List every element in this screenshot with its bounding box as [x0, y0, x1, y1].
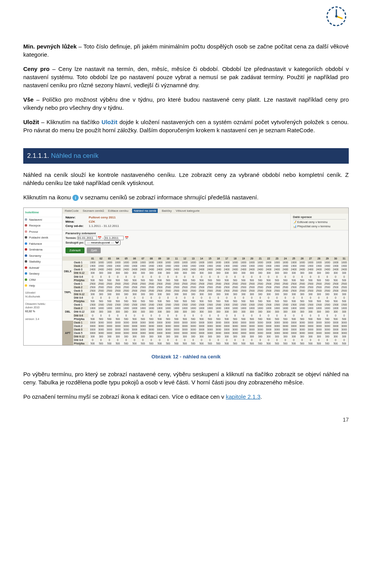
tab-nahled[interactable]: Náhled na ceník: [132, 209, 158, 213]
sidebar-item[interactable]: Statistiky: [24, 259, 62, 265]
figure-caption: Obrázek 12 - náhled na ceník: [23, 353, 349, 360]
show-button[interactable]: Zobrazit: [65, 247, 84, 253]
group-select[interactable]: --- neseskupovat ---: [85, 240, 121, 245]
breadcrumb-tabs: RateCode Seznam ceníků Editace ceníku Ná…: [62, 208, 348, 214]
tab-balicky[interactable]: Balíčky: [162, 209, 172, 213]
svg-point-1: [335, 15, 338, 17]
sidebar-item[interactable]: Pokladní deník: [24, 235, 62, 241]
sidebar-item[interactable]: Směnárna: [24, 247, 62, 253]
tab-seznam[interactable]: Seznam ceníků: [83, 209, 104, 213]
section-heading-nahled: 2.1.1.1. Náhled na ceník: [23, 148, 349, 164]
paragraph-po-oznaceni: Po označení termínu myší se zobrazí ikon…: [23, 393, 349, 401]
occupancy-block: Obsazení hotelu: duben 2010 62,02 % vers…: [24, 300, 62, 323]
paragraph-vse: Vše – Políčko pro možnost výběru dne v t…: [23, 95, 349, 112]
paragraph-nahled-intro: Náhled na ceník slouží ke kontrole nasta…: [23, 171, 349, 187]
paragraph-kliknutim-icon: Kliknutím na ikonu i v seznamu ceníků se…: [23, 193, 349, 201]
pricelist-info: Název:Pultové ceny 2011 Měna:CZK Ceny od…: [62, 214, 290, 230]
sidebar-item[interactable]: Fakturace: [24, 241, 62, 247]
side-op-edit[interactable]: 📝 Editovat ceny v termínu: [293, 220, 346, 225]
sidebar-item[interactable]: Seznamy: [24, 253, 62, 259]
page-header-logo: [23, 0, 349, 42]
sidebar-item[interactable]: Nastavení: [24, 217, 62, 223]
back-button[interactable]: Zpět: [87, 247, 101, 253]
side-op-recalc[interactable]: 📊 Přepočítat ceny v termínu: [293, 225, 346, 229]
paragraph-min-pevnych: Min. pevných lůžek – Toto číslo definuje…: [23, 42, 349, 59]
main-menu: Nastavení Recepce Provoz Pokladní deník …: [24, 217, 62, 289]
sidebar-item[interactable]: Provoz: [24, 229, 62, 235]
page-number: 17: [23, 416, 349, 424]
sidebar-item[interactable]: CRM: [24, 277, 62, 284]
clock-logo-icon: [324, 4, 349, 29]
paragraph-ulozit: Uložit – Kliknutím na tlačítko Uložit do…: [23, 118, 349, 134]
screenshot-pricelist-preview: hoteltime Nastavení Recepce Provoz Pokla…: [23, 208, 349, 346]
display-params: Parametry zobrazení Termín: 📅 - 📅 Seskup…: [62, 230, 348, 246]
sidebar-item[interactable]: Sestavy: [24, 271, 62, 277]
paragraph-po-vyberu: Po výběru termínu, pro který se zobrazí …: [23, 370, 349, 386]
sidebar-item[interactable]: Recepce: [24, 223, 62, 229]
info-icon: i: [72, 195, 79, 201]
sidebar-item[interactable]: Adresář: [24, 265, 62, 272]
term-to-input[interactable]: [104, 236, 124, 240]
paragraph-ceny-pro: Ceny pro – Ceny lze nastavit na termín, …: [23, 65, 349, 89]
tab-vekove[interactable]: Věkové kategorie: [176, 209, 200, 213]
sidebar-item[interactable]: Help: [24, 283, 62, 289]
tab-editace[interactable]: Editace ceníku: [108, 209, 128, 213]
side-operations: Další operace 📝 Editovat ceny v termínu …: [290, 214, 348, 230]
tab-ratecode[interactable]: RateCode: [65, 209, 79, 213]
app-logo: hoteltime: [24, 208, 62, 217]
term-from-input[interactable]: [78, 236, 97, 240]
user-block: Uživatelht.dbohunek: [24, 289, 62, 300]
price-table: 0102030405060708091011121314151617181920…: [62, 256, 348, 345]
chapter-link[interactable]: kapitole 2.1.3: [226, 393, 260, 400]
